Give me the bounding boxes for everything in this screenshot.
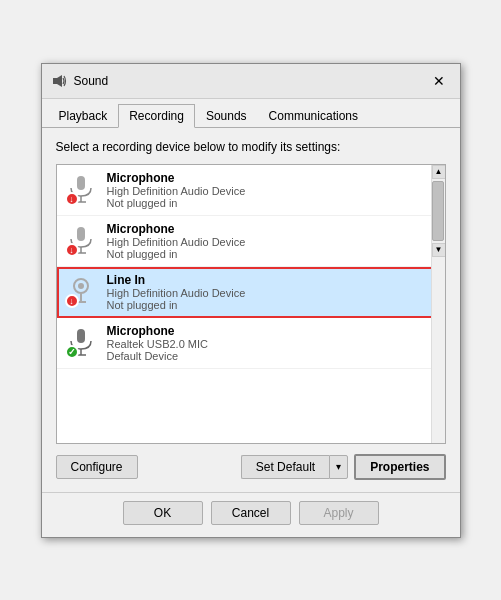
sound-icon xyxy=(52,73,68,89)
sound-dialog: Sound ✕ Playback Recording Sounds Commun… xyxy=(41,63,461,538)
device-info: Microphone High Definition Audio Device … xyxy=(107,222,437,260)
device-sub: High Definition Audio Device xyxy=(107,236,437,248)
device-info: Microphone Realtek USB2.0 MIC Default De… xyxy=(107,324,437,362)
device-info: Line In High Definition Audio Device Not… xyxy=(107,273,437,311)
list-item[interactable]: ✓ Microphone Realtek USB2.0 MIC Default … xyxy=(57,318,445,369)
status-badge-red: ↓ xyxy=(65,192,79,206)
svg-rect-2 xyxy=(77,176,85,190)
device-icon-mic2: ↓ xyxy=(65,225,97,257)
svg-rect-5 xyxy=(77,227,85,241)
device-info: Microphone High Definition Audio Device … xyxy=(107,171,437,209)
svg-rect-0 xyxy=(53,78,57,84)
status-badge-red: ↓ xyxy=(65,243,79,257)
device-name: Microphone xyxy=(107,171,437,185)
svg-rect-12 xyxy=(77,329,85,343)
status-badge-red: ↓ xyxy=(65,294,79,308)
tab-bar: Playback Recording Sounds Communications xyxy=(42,99,460,128)
scrollbar-up-button[interactable]: ▲ xyxy=(432,165,446,179)
device-status: Not plugged in xyxy=(107,299,437,311)
list-item[interactable]: ↓ Microphone High Definition Audio Devic… xyxy=(57,165,445,216)
cancel-button[interactable]: Cancel xyxy=(211,501,291,525)
device-sub: Realtek USB2.0 MIC xyxy=(107,338,437,350)
device-icon-linein: ↓ xyxy=(65,276,97,308)
title-bar: Sound ✕ xyxy=(42,64,460,99)
device-icon-mic1: ↓ xyxy=(65,174,97,206)
device-name: Microphone xyxy=(107,222,437,236)
device-sub: High Definition Audio Device xyxy=(107,287,437,299)
tab-communications[interactable]: Communications xyxy=(258,104,369,128)
device-status: Not plugged in xyxy=(107,248,437,260)
set-default-button[interactable]: Set Default xyxy=(241,455,329,479)
device-sub: High Definition Audio Device xyxy=(107,185,437,197)
set-default-arrow-button[interactable]: ▾ xyxy=(329,455,348,479)
bottom-buttons: OK Cancel Apply xyxy=(42,492,460,537)
close-button[interactable]: ✕ xyxy=(428,70,450,92)
dialog-title: Sound xyxy=(74,74,109,88)
status-badge-green: ✓ xyxy=(65,345,79,359)
device-status: Default Device xyxy=(107,350,437,362)
title-bar-left: Sound xyxy=(52,73,109,89)
action-buttons: Configure Set Default ▾ Properties xyxy=(56,454,446,480)
tab-recording[interactable]: Recording xyxy=(118,104,195,128)
tab-content: Select a recording device below to modif… xyxy=(42,128,460,492)
device-icon-mic3: ✓ xyxy=(65,327,97,359)
list-item-linein[interactable]: ↓ Line In High Definition Audio Device N… xyxy=(57,267,445,318)
device-name: Line In xyxy=(107,273,437,287)
scrollbar[interactable]: ▲ ▼ xyxy=(431,165,445,443)
set-default-split-button: Set Default ▾ xyxy=(241,455,348,479)
list-item[interactable]: ↓ Microphone High Definition Audio Devic… xyxy=(57,216,445,267)
svg-point-9 xyxy=(78,283,84,289)
instruction-text: Select a recording device below to modif… xyxy=(56,140,446,154)
apply-button[interactable]: Apply xyxy=(299,501,379,525)
tab-sounds[interactable]: Sounds xyxy=(195,104,258,128)
scrollbar-down-button[interactable]: ▼ xyxy=(432,243,446,257)
scrollbar-thumb[interactable] xyxy=(432,181,444,241)
properties-button[interactable]: Properties xyxy=(354,454,445,480)
device-status: Not plugged in xyxy=(107,197,437,209)
configure-button[interactable]: Configure xyxy=(56,455,138,479)
device-list[interactable]: ↓ Microphone High Definition Audio Devic… xyxy=(56,164,446,444)
svg-marker-1 xyxy=(57,75,62,87)
tab-playback[interactable]: Playback xyxy=(48,104,119,128)
ok-button[interactable]: OK xyxy=(123,501,203,525)
device-name: Microphone xyxy=(107,324,437,338)
